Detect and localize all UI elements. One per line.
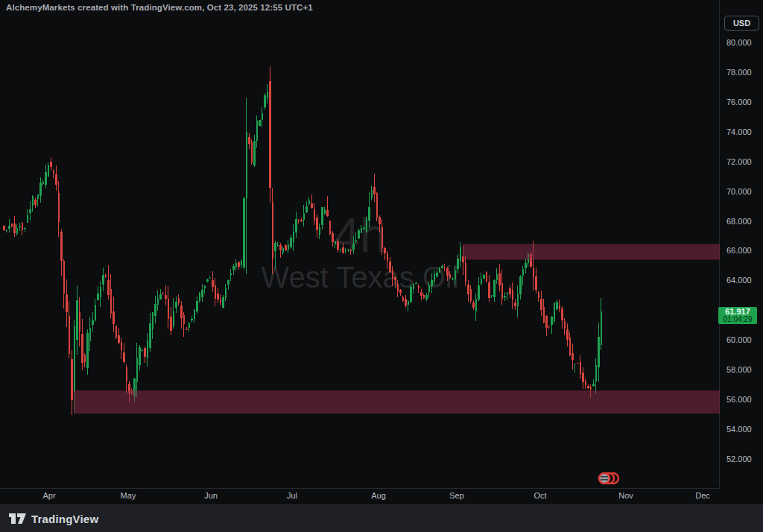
month-tick-jun: Jun <box>204 491 218 500</box>
candlestick-chart[interactable] <box>0 0 720 487</box>
month-tick-oct: Oct <box>534 491 546 500</box>
price-tick-58: 58.000 <box>726 364 752 375</box>
price-tick-76: 76.000 <box>726 97 752 107</box>
time-axis[interactable]: AprMayJunJulAugSepOctNovDec <box>0 488 720 504</box>
price-tick-52: 52.000 <box>726 454 752 464</box>
chart-pane[interactable]: AlchemyMarkets created with TradingView.… <box>0 0 720 487</box>
bar-countdown: 01:04:29 <box>718 316 757 323</box>
price-tick-56: 56.000 <box>726 394 752 405</box>
event-cluster-icon[interactable] <box>599 473 618 484</box>
price-tick-78: 78.000 <box>726 67 752 77</box>
tradingview-chart-window: AlchemyMarkets created with TradingView.… <box>0 0 763 532</box>
price-tick-66: 66.000 <box>726 245 752 256</box>
supply-zone[interactable] <box>463 244 720 260</box>
month-tick-nov: Nov <box>618 491 633 500</box>
tradingview-brand-text: TradingView <box>31 513 98 525</box>
month-tick-sep: Sep <box>449 491 464 500</box>
price-tick-64: 64.000 <box>726 275 752 285</box>
month-tick-apr: Apr <box>42 491 55 500</box>
price-tick-72: 72.000 <box>726 156 752 167</box>
chart-attribution: AlchemyMarkets created with TradingView.… <box>6 3 313 12</box>
last-price-label: 61.917 01:04:29 <box>718 307 757 324</box>
month-tick-jul: Jul <box>287 491 297 500</box>
month-tick-dec: Dec <box>695 491 710 500</box>
demand-zone[interactable] <box>74 390 720 414</box>
price-tick-68: 68.000 <box>726 216 752 227</box>
price-tick-70: 70.000 <box>726 186 752 197</box>
price-tick-74: 74.000 <box>726 127 752 137</box>
price-tick-80: 80.000 <box>726 37 752 48</box>
month-tick-may: May <box>121 491 136 500</box>
tradingview-logo-link[interactable]: TradingView <box>9 513 98 525</box>
candles-layer <box>3 66 602 415</box>
footer-bar: TradingView <box>0 504 763 532</box>
price-tick-60: 60.000 <box>726 335 752 345</box>
price-axis[interactable]: USD 80.00078.00076.00074.00072.00070.000… <box>721 0 763 504</box>
currency-button[interactable]: USD <box>724 16 759 31</box>
price-tick-54: 54.000 <box>726 424 752 434</box>
tradingview-logo-icon <box>9 513 26 525</box>
month-tick-aug: Aug <box>371 491 386 500</box>
